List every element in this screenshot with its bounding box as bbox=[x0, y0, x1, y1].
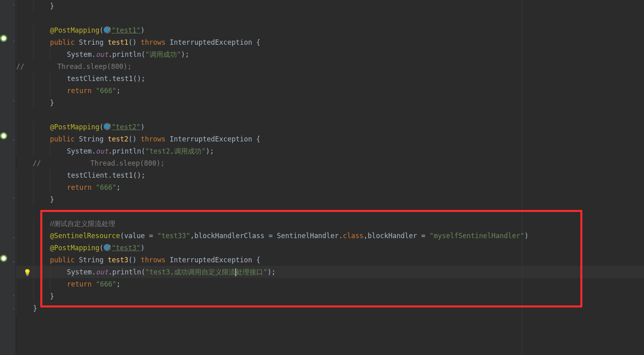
code-line bbox=[16, 12, 644, 24]
code-line: } bbox=[16, 290, 644, 302]
code-line bbox=[16, 109, 644, 121]
annotation: @SentinelResource bbox=[50, 232, 120, 240]
code-line: @PostMapping(🌐˅"test2") bbox=[16, 121, 644, 133]
fold-end-icon[interactable]: ⌃ bbox=[12, 4, 16, 8]
right-margin-ruler bbox=[522, 0, 522, 355]
annotation: @PostMapping bbox=[50, 26, 100, 34]
intention-bulb-icon[interactable]: 💡 bbox=[23, 267, 29, 272]
code-line: testClient.test1(); bbox=[16, 169, 644, 181]
code-line: @SentinelResource(value = "test33",block… bbox=[16, 230, 644, 242]
code-editor[interactable]: } @PostMapping(🌐˅"test1") public String … bbox=[16, 0, 644, 355]
fold-start-icon[interactable]: ⌄ bbox=[12, 259, 16, 263]
url-literal: "test1" bbox=[112, 26, 141, 34]
web-mapping-icon: 🌐˅ bbox=[104, 26, 111, 33]
spring-endpoint-icon[interactable]: ⬤ bbox=[0, 35, 7, 42]
method-name: test3 bbox=[108, 256, 128, 264]
code-line: } bbox=[16, 0, 644, 12]
code-line: // Thread.sleep(800); bbox=[16, 157, 644, 169]
code-line: testClient.test1(); bbox=[16, 73, 644, 85]
code-line: // Thread.sleep(800); bbox=[16, 60, 644, 73]
code-line: } bbox=[16, 97, 644, 109]
fold-start-icon[interactable]: ⌄ bbox=[12, 137, 16, 141]
fold-end-icon[interactable]: ⌃ bbox=[12, 308, 16, 312]
code-line: return "666"; bbox=[16, 85, 644, 97]
code-line: System.out.println("调用成功"); bbox=[16, 48, 644, 60]
code-line: } bbox=[16, 302, 644, 314]
method-name: test1 bbox=[108, 38, 128, 46]
annotation: @PostMapping bbox=[50, 244, 100, 252]
code-line: @PostMapping(🌐˅"test1") bbox=[16, 24, 644, 36]
code-line: System.out.println("test2,调用成功"); bbox=[16, 145, 644, 157]
fold-end-icon[interactable]: ⌃ bbox=[12, 197, 16, 201]
fold-end-icon[interactable]: ⌃ bbox=[12, 295, 16, 299]
code-line: @PostMapping(🌐˅"test3") bbox=[16, 242, 644, 254]
code-line: public String test1() throws Interrupted… bbox=[16, 36, 644, 48]
editor-gutter[interactable]: ⌃ ⬤ ⌄ ⌃ ⬤ ⌄ ⌃ − ⬤ ⌄ 💡 ⌃ ⌃ bbox=[0, 0, 16, 355]
code-line: public String test3() throws Interrupted… bbox=[16, 254, 644, 266]
code-line: return "666"; bbox=[16, 278, 644, 290]
spring-endpoint-icon[interactable]: ⬤ bbox=[0, 132, 7, 139]
url-literal: "test3" bbox=[112, 244, 141, 252]
code-line-current: System.out.println("test3,成功调用自定义限流处理接口"… bbox=[16, 266, 644, 278]
spring-endpoint-icon[interactable]: ⬤ bbox=[0, 255, 7, 262]
code-line: //测试自定义限流处理 bbox=[16, 218, 644, 230]
code-line bbox=[16, 206, 644, 218]
method-name: test2 bbox=[108, 135, 128, 143]
fold-indicator-icon[interactable]: − bbox=[12, 236, 16, 240]
annotation: @PostMapping bbox=[50, 123, 100, 131]
code-line: return "666"; bbox=[16, 181, 644, 193]
web-mapping-icon: 🌐˅ bbox=[104, 244, 111, 251]
code-line: } bbox=[16, 193, 644, 206]
code-line: public String test2() throws Interrupted… bbox=[16, 133, 644, 145]
fold-start-icon[interactable]: ⌄ bbox=[12, 38, 16, 42]
fold-end-icon[interactable]: ⌃ bbox=[12, 100, 16, 104]
url-literal: "test2" bbox=[112, 123, 141, 131]
web-mapping-icon: 🌐˅ bbox=[104, 123, 111, 130]
